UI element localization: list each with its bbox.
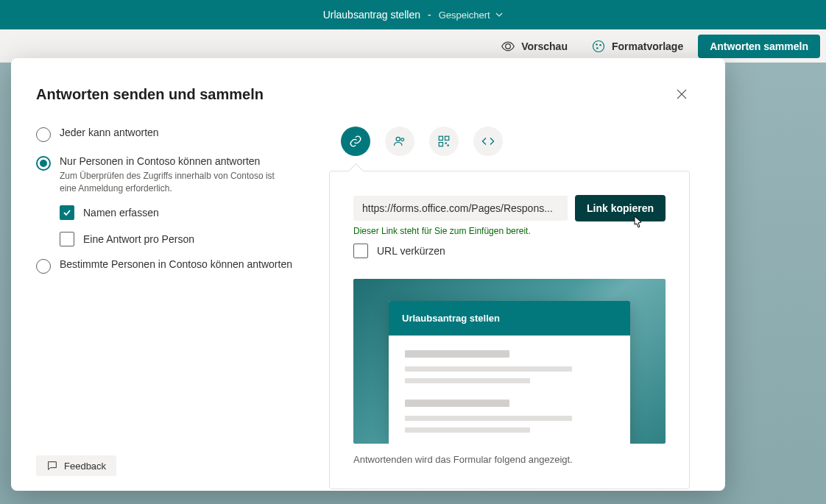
collect-responses-dialog: Antworten senden und sammeln Jeder kann … (11, 58, 725, 491)
eye-icon (501, 39, 515, 54)
preview-button[interactable]: Vorschau (492, 35, 576, 58)
checkbox-icon (353, 244, 368, 258)
share-method-tabs (341, 127, 690, 156)
form-title[interactable]: Urlaubsantrag stellen (323, 9, 420, 21)
close-icon (677, 89, 687, 99)
form-preview: Urlaubsantrag stellen (353, 279, 666, 444)
shorten-url-option[interactable]: URL verkürzen (353, 244, 666, 258)
checkbox-icon (60, 232, 74, 246)
preview-body (389, 336, 630, 444)
svg-rect-9 (445, 143, 447, 144)
svg-point-3 (596, 47, 599, 49)
svg-rect-8 (439, 143, 442, 146)
code-icon (481, 135, 495, 148)
preview-title: Urlaubsantrag stellen (389, 301, 630, 336)
share-url-input[interactable] (353, 196, 568, 221)
tab-qr[interactable] (429, 127, 459, 156)
checkbox-icon (60, 205, 74, 220)
people-icon (393, 135, 406, 148)
radio-icon (36, 156, 51, 171)
dialog-title: Antworten senden und sammeln (36, 86, 264, 103)
tab-invite[interactable] (385, 127, 414, 156)
svg-point-0 (593, 40, 604, 52)
tab-embed[interactable] (473, 127, 503, 156)
svg-point-5 (401, 138, 404, 141)
option-one-response[interactable]: Eine Antwort pro Person (60, 232, 308, 246)
radio-icon (36, 259, 51, 274)
cursor-pointer-icon (630, 215, 645, 235)
chat-icon (46, 460, 58, 472)
svg-point-2 (599, 44, 601, 46)
option-record-name[interactable]: Namen erfassen (60, 205, 308, 220)
svg-rect-6 (439, 136, 442, 140)
feedback-button[interactable]: Feedback (36, 455, 116, 476)
radio-icon (36, 127, 51, 142)
svg-point-4 (396, 137, 400, 141)
link-icon (349, 135, 362, 148)
title-separator: - (428, 9, 431, 21)
option-specific[interactable]: Bestimmte Personen in Contoso können ant… (36, 258, 308, 274)
copy-status: Dieser Link steht für Sie zum Einfügen b… (353, 226, 666, 236)
tab-link[interactable] (341, 127, 370, 156)
svg-rect-10 (448, 145, 449, 146)
chevron-down-icon (495, 10, 503, 21)
preview-caption: Antwortenden wird das Formular folgend a… (353, 454, 666, 465)
close-button[interactable] (674, 86, 690, 105)
palette-icon (591, 39, 606, 54)
option-org[interactable]: Nur Personen in Contoso können antworten… (36, 155, 308, 195)
copy-link-button[interactable]: Link kopieren (575, 195, 666, 221)
save-status[interactable]: Gespeichert (439, 10, 504, 21)
qr-code-icon (437, 135, 451, 148)
share-link-panel: Link kopieren Dieser Link steht für Sie … (329, 171, 690, 489)
audience-options: Jeder kann antworten Nur Personen in Con… (36, 127, 308, 489)
collect-responses-button[interactable]: Antworten sammeln (698, 35, 820, 58)
svg-rect-7 (445, 136, 449, 140)
svg-point-1 (596, 43, 598, 46)
option-anyone[interactable]: Jeder kann antworten (36, 127, 308, 142)
app-top-bar: Urlaubsantrag stellen - Gespeichert (0, 0, 826, 29)
theme-button[interactable]: Formatvorlage (582, 35, 692, 58)
